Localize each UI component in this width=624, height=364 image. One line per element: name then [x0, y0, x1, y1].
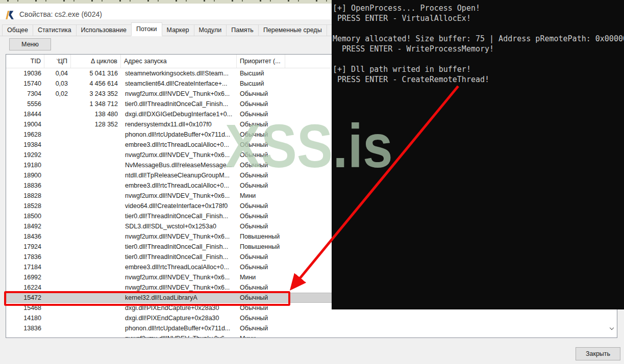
- cell-priority: Обычный: [237, 223, 285, 230]
- cell-tid: 19292: [6, 151, 44, 159]
- cell-address: tier0.dll!ThreadInitOnceCall_Finish...: [121, 100, 237, 108]
- column-header-2[interactable]: ЦП: [44, 55, 71, 68]
- cell-priority: Мини: [237, 335, 285, 338]
- cell-tid: 5556: [6, 100, 44, 108]
- cell-priority: Обычный: [237, 284, 285, 291]
- column-header-3[interactable]: Δ циклов: [71, 55, 121, 68]
- window-title: Свойства: cs2.exe (6024): [19, 10, 102, 18]
- cell-tid: 7304: [6, 90, 44, 97]
- column-header-5[interactable]: Приоритет (...: [237, 55, 285, 68]
- cell-tid: 17924: [6, 243, 44, 250]
- table-row[interactable]: 13836phonon.dll!rtcUpdateBuffer+0x711d..…: [6, 323, 617, 333]
- cell-cycles: 1 348 712: [71, 100, 121, 108]
- cell-priority: Обычный: [237, 264, 285, 271]
- cell-cpu: 0,02: [44, 90, 71, 97]
- cell-priority: Обычный: [237, 90, 285, 97]
- cell-priority: Обычный: [237, 253, 285, 261]
- cell-cycles: 128 352: [71, 121, 121, 128]
- cell-tid: 15468: [6, 304, 44, 311]
- sort-indicator-icon: [57, 55, 60, 58]
- cell-priority: Обычный: [237, 141, 285, 148]
- cell-priority: Обычный: [237, 172, 285, 179]
- cell-priority: Высший: [237, 80, 285, 87]
- cell-address: dxgi.dll!PIXEndCapture+0x28a30: [121, 315, 237, 322]
- column-header-label: TID: [31, 58, 41, 65]
- cell-cycles: 138 480: [71, 111, 121, 118]
- cell-address: phonon.dll!rtcUpdateBuffer+0x711d...: [121, 131, 237, 138]
- cell-priority: Повышенный: [237, 233, 285, 240]
- cell-priority: Обычный: [237, 182, 285, 189]
- cell-priority: Обычный: [237, 151, 285, 159]
- column-header-1[interactable]: TID: [6, 55, 44, 68]
- cell-address: phonon.dll!rtcUpdateBuffer+0x711d...: [121, 325, 237, 332]
- cell-address: rendersystemdx11.dll+0x107f0: [121, 121, 237, 128]
- cell-tid: 18436: [6, 233, 44, 240]
- cell-priority: Обычный: [237, 111, 285, 118]
- cell-cycles: 3 243 352: [71, 90, 121, 97]
- tab-8[interactable]: Переменные среды: [258, 24, 327, 36]
- cell-priority: Обычный: [237, 294, 285, 301]
- cell-address: nvwgf2umx.dll!NVDEV_Thunk+0x6...: [121, 335, 237, 338]
- cell-address: SDL3.dll!SDL_wcstol+0x1253a0: [121, 223, 237, 230]
- cell-priority: Высший: [237, 70, 285, 77]
- cell-tid: 18836: [6, 182, 44, 189]
- cell-tid: 13836: [6, 325, 44, 332]
- tab-3[interactable]: Использование: [76, 24, 132, 36]
- cell-tid: 18528: [6, 202, 44, 210]
- cell-address: dxgi.dll!DXGIGetDebugInterface1+0...: [121, 111, 237, 118]
- cell-address: kernel32.dll!LoadLibraryA: [121, 294, 237, 301]
- scrollbar-down-button[interactable]: [608, 324, 615, 332]
- cell-priority: Обычный: [237, 121, 285, 128]
- cell-priority: Обычный: [237, 213, 285, 220]
- cell-address: embree3.dll!rtcThreadLocalAlloc+0...: [121, 182, 237, 189]
- cell-cycles: 4 456 614: [71, 80, 121, 87]
- close-button[interactable]: Закрыть: [576, 347, 620, 360]
- cell-address: nvwgf2umx.dll!NVDEV_Thunk+0x6...: [121, 274, 237, 281]
- cell-address: ntdll.dll!TpReleaseCleanupGroupM...: [121, 172, 237, 179]
- cell-cpu: 0,04: [44, 70, 71, 77]
- cell-cpu: 0,03: [44, 80, 71, 87]
- cell-tid: 18492: [6, 223, 44, 230]
- cell-tid: 19384: [6, 141, 44, 148]
- cell-tid: 18444: [6, 111, 44, 118]
- console-window[interactable]: [+] OpenProcess... Process Open! PRESS E…: [332, 0, 624, 309]
- cell-priority: Повышенный: [237, 243, 285, 250]
- table-row[interactable]: 14180dxgi.dll!PIXEndCapture+0x28a30Обычн…: [6, 313, 617, 323]
- column-header-label: Приоритет (...: [240, 58, 281, 65]
- cell-priority: Обычный: [237, 304, 285, 311]
- cell-address: nvwgf2umx.dll!NVDEV_Thunk+0x6...: [121, 233, 237, 240]
- cell-priority: Обычный: [237, 315, 285, 322]
- console-output: [+] OpenProcess... Process Open! PRESS E…: [332, 0, 624, 85]
- column-header-4[interactable]: Адрес запуска: [121, 55, 237, 68]
- cell-tid: 19036: [6, 70, 44, 77]
- cell-tid: 18500: [6, 213, 44, 220]
- cell-priority: Обычный: [237, 162, 285, 169]
- cell-address: nvwgf2umx.dll!NVDEV_Thunk+0x6...: [121, 151, 237, 159]
- cell-tid: 18900: [6, 172, 44, 179]
- cell-address: nvwgf2umx.dll!NVDEV_Thunk+0x6...: [121, 192, 237, 199]
- cell-address: embree3.dll!rtcThreadLocalAlloc+0...: [121, 264, 237, 271]
- process-hacker-icon: [5, 10, 15, 20]
- tab-4[interactable]: Потоки: [131, 22, 162, 36]
- cell-tid: 15472: [6, 294, 44, 301]
- tab-5[interactable]: Маркер: [162, 24, 194, 36]
- cell-priority: Обычный: [237, 100, 285, 108]
- tab-2[interactable]: Статистика: [33, 24, 77, 36]
- menu-button[interactable]: Меню: [9, 38, 51, 50]
- cell-address: steamclient64.dll!CreateInterface+...: [121, 80, 237, 87]
- cell-address: tier0.dll!ThreadInitOnceCall_Finish...: [121, 243, 237, 250]
- cell-address: tier0.dll!ThreadInitOnceCall_Finish...: [121, 253, 237, 261]
- column-header-label: Δ циклов: [91, 58, 117, 65]
- cell-cycles: 5 041 316: [71, 70, 121, 77]
- tab-7[interactable]: Память: [226, 24, 259, 36]
- cell-priority: Мини: [237, 274, 285, 281]
- column-header-label: Адрес запуска: [124, 58, 167, 65]
- tab-6[interactable]: Модули: [194, 24, 227, 36]
- tab-1[interactable]: Общее: [2, 24, 33, 36]
- cell-address: tier0.dll!ThreadInitOnceCall_Finish...: [121, 213, 237, 220]
- chevron-down-icon: [609, 326, 613, 330]
- table-row[interactable]: nvwgf2umx.dll!NVDEV_Thunk+0x6...Мини: [6, 333, 617, 338]
- cell-tid: 17836: [6, 253, 44, 261]
- cell-address: steamnetworkingsockets.dll!Steam...: [121, 70, 237, 77]
- cell-address: nvwgf2umx.dll!NVDEV_Thunk+0x6...: [121, 90, 237, 97]
